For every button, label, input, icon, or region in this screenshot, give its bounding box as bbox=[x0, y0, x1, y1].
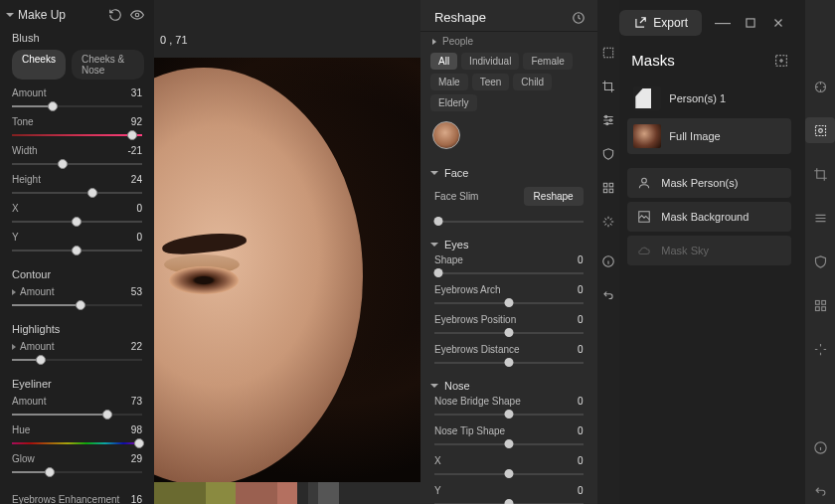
rail-grid-icon[interactable] bbox=[805, 292, 835, 318]
sparkle-icon[interactable] bbox=[601, 215, 615, 229]
param-x: X0 bbox=[0, 201, 154, 230]
reshape-button[interactable]: Reshape bbox=[524, 187, 584, 206]
shield-icon[interactable] bbox=[601, 147, 615, 161]
blush-label: Blush bbox=[0, 26, 154, 48]
param-tone: Tone92 bbox=[0, 114, 154, 143]
section-eyes[interactable]: Eyes bbox=[420, 231, 597, 252]
svg-point-0 bbox=[135, 13, 139, 17]
grid-icon[interactable] bbox=[601, 181, 615, 195]
info-icon[interactable] bbox=[601, 254, 615, 268]
section-nose[interactable]: Nose bbox=[420, 372, 597, 394]
svg-rect-7 bbox=[609, 183, 613, 187]
slider-x[interactable] bbox=[12, 216, 142, 228]
tab-cheeks-nose[interactable]: Cheeks & Nose bbox=[72, 50, 144, 80]
close-icon[interactable] bbox=[771, 16, 785, 30]
slider-eyeliner-hue[interactable] bbox=[12, 437, 142, 449]
add-mask-icon[interactable] bbox=[773, 53, 789, 69]
reshape-toolbar bbox=[597, 0, 620, 504]
slider-height[interactable] bbox=[12, 187, 142, 199]
tab-female[interactable]: Female bbox=[523, 53, 572, 70]
rail-shield-icon[interactable] bbox=[805, 249, 835, 274]
mask-persons-button[interactable]: Mask Person(s) bbox=[627, 168, 791, 198]
person-avatar[interactable] bbox=[432, 121, 460, 149]
rail-mask-icon[interactable] bbox=[805, 117, 835, 143]
slider-face-slim[interactable] bbox=[434, 217, 584, 227]
chevron-right-icon[interactable] bbox=[432, 39, 436, 45]
section-face[interactable]: Face bbox=[420, 159, 597, 181]
slider-eyebrows-arch[interactable] bbox=[434, 298, 584, 308]
tab-elderly[interactable]: Elderly bbox=[430, 94, 477, 111]
slider-nose-y[interactable] bbox=[434, 499, 584, 504]
visibility-icon[interactable] bbox=[130, 8, 144, 22]
collapse-icon[interactable] bbox=[6, 13, 14, 17]
tab-all[interactable]: All bbox=[430, 53, 457, 70]
maximize-icon[interactable] bbox=[744, 16, 757, 30]
svg-rect-2 bbox=[603, 48, 612, 57]
mask-sky-button[interactable]: Mask Sky bbox=[627, 236, 791, 265]
makeup-panel: Make Up Blush Cheeks Cheeks & Nose Amoun… bbox=[0, 0, 154, 504]
eyeliner-title: Eyeliner bbox=[0, 368, 154, 394]
filmstrip[interactable] bbox=[154, 482, 420, 504]
undo-redo-icon[interactable] bbox=[601, 288, 615, 302]
export-button[interactable]: Export bbox=[619, 10, 702, 36]
svg-rect-19 bbox=[821, 300, 825, 304]
param-y: Y0 bbox=[0, 230, 154, 258]
mask-item-persons[interactable]: Person(s) 1 bbox=[627, 81, 791, 116]
svg-point-13 bbox=[642, 178, 647, 183]
slider-tone[interactable] bbox=[12, 129, 142, 141]
svg-rect-16 bbox=[815, 125, 825, 135]
slider-contour-amount[interactable] bbox=[12, 299, 142, 311]
image-viewport[interactable]: 0 , 71 bbox=[154, 0, 420, 504]
rail-sparkle-icon[interactable] bbox=[805, 336, 835, 362]
image-canvas[interactable] bbox=[154, 58, 420, 482]
contour-title: Contour bbox=[0, 258, 154, 284]
slider-eyebrows-position[interactable] bbox=[434, 328, 584, 338]
mask-thumb bbox=[633, 86, 661, 110]
param-width: Width-21 bbox=[0, 143, 154, 172]
rail-info-icon[interactable] bbox=[805, 434, 835, 460]
mask-background-button[interactable]: Mask Background bbox=[627, 202, 791, 232]
panel-title: Make Up bbox=[18, 8, 66, 22]
reshape-panel: Reshape People All Individual Female Mal… bbox=[420, 0, 597, 504]
rail-crop-icon[interactable] bbox=[805, 161, 835, 187]
tab-individual[interactable]: Individual bbox=[461, 53, 519, 70]
svg-rect-18 bbox=[815, 300, 819, 304]
param-eyeliner-amount: Amount73 bbox=[0, 394, 154, 422]
select-icon[interactable] bbox=[601, 46, 615, 60]
rail-adjust-icon[interactable] bbox=[805, 74, 835, 99]
tab-cheeks[interactable]: Cheeks bbox=[12, 50, 66, 80]
reshape-title: Reshape bbox=[434, 10, 486, 25]
svg-rect-9 bbox=[609, 189, 613, 193]
slider-amount[interactable] bbox=[12, 100, 142, 112]
rail-undo-icon[interactable] bbox=[805, 478, 835, 504]
param-eyeliner-glow: Glow29 bbox=[0, 451, 154, 480]
tab-male[interactable]: Male bbox=[430, 74, 468, 90]
slider-nose-bridge[interactable] bbox=[434, 410, 584, 420]
person-icon bbox=[637, 176, 651, 190]
slider-eyeliner-glow[interactable] bbox=[12, 466, 142, 478]
masks-panel: Export — Masks Person(s) 1 Full Image Ma… bbox=[619, 0, 835, 504]
tab-child[interactable]: Child bbox=[513, 74, 552, 90]
rail-sliders-icon[interactable] bbox=[805, 205, 835, 231]
slider-eyebrows-distance[interactable] bbox=[434, 358, 584, 368]
slider-highlights-amount[interactable] bbox=[12, 354, 142, 366]
param-height: Height24 bbox=[0, 172, 154, 201]
reshape-reset-icon[interactable] bbox=[572, 11, 585, 25]
right-tool-rail bbox=[805, 0, 835, 504]
eyebrows-enh-label: Eyebrows Enhancement bbox=[12, 494, 119, 504]
sliders-icon[interactable] bbox=[601, 113, 615, 127]
tab-teen[interactable]: Teen bbox=[472, 74, 510, 90]
slider-eye-shape[interactable] bbox=[434, 268, 584, 278]
mask-item-full[interactable]: Full Image bbox=[627, 118, 791, 154]
slider-nose-x[interactable] bbox=[434, 469, 584, 479]
param-contour-amount: Amount53 bbox=[0, 284, 154, 313]
slider-y[interactable] bbox=[12, 245, 142, 256]
crop-icon[interactable] bbox=[601, 80, 615, 93]
slider-nose-tip[interactable] bbox=[434, 439, 584, 449]
reset-icon[interactable] bbox=[108, 8, 122, 22]
svg-rect-11 bbox=[747, 19, 754, 27]
minimize-icon[interactable]: — bbox=[716, 16, 730, 30]
param-amount: Amount31 bbox=[0, 85, 154, 114]
slider-width[interactable] bbox=[12, 158, 142, 170]
slider-eyeliner-amount[interactable] bbox=[12, 409, 142, 420]
